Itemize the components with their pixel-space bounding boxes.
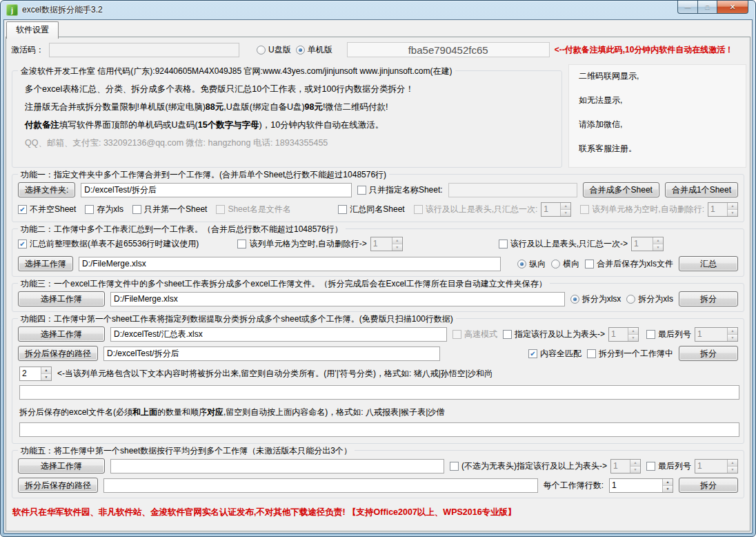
close-button[interactable]: ✕ [717,1,748,14]
f4-select-workbook-button[interactable]: 选择工作簿 [18,326,105,342]
window-title: excel数据拆分能手3.2 [22,4,103,16]
f5-header-row-spinner: 1 ▲▼ [610,459,641,473]
f2-tidy-data-checkbox[interactable]: ✔ 汇总前整理数据(单表不超65536行时建议使用) [18,238,199,250]
checkbox-box: ✔ [18,205,27,214]
f4-save-path-button[interactable]: 拆分后保存的路径 [18,346,98,361]
f5-last-col-pair: ✔ 最后列号 1 ▲▼ [646,459,738,473]
f4-fast-mode-checkbox: ✔ 高速模式 [452,329,497,340]
maximize-button[interactable]: □ [697,1,717,14]
app-window: j excel数据拆分能手3.2 — □ ✕ 软件设置 激活码： U盘版 单机版 [0,0,756,537]
info-line-1: 多个excel表格汇总、分类、拆分成多个表格。免费版只汇总10个工作表，或对10… [25,82,556,97]
spin-down-icon[interactable]: ▼ [41,374,51,380]
f5-workbook-path-input[interactable] [110,459,444,473]
checkbox-box: ✔ [18,240,27,248]
f2-row-main: 选择工作簿 纵向 横向 ✔ 合并后保存为xls文件 汇总 [18,256,738,271]
radio-usb-label: U盘版 [268,44,291,56]
qr-line-1: 二维码联网显示, [579,70,746,82]
f2-row-options: ✔ 汇总前整理数据(单表不超65536行时建议使用) ✔ 该列单元格为空时,自动… [18,237,738,251]
f2-del-empty-pair: ✔ 该列单元格为空时,自动删除行-> 1 ▲▼ [237,237,402,251]
spin-up-icon: ▲ [728,328,737,335]
f2-delete-empty-row-checkbox[interactable]: ✔ 该列单元格为空时,自动删除行-> [237,238,366,250]
f4-header-pair: ✔ 指定该行及以上为表头-> 1 ▲▼ [503,327,639,342]
f5-rows-per-book-spinner[interactable]: 1 ▲▼ [609,478,673,493]
f1-delete-empty-row-checkbox: ✔ 该列单元格为空时,自动删除行: [580,204,704,215]
checkbox-box: ✔ [132,205,141,214]
checkbox-box: ✔ [237,240,246,248]
f4-one-workbook-checkbox[interactable]: ✔ 拆分到一个工作簿中 [587,348,673,360]
f1-no-empty-sheet-checkbox[interactable]: ✔ 不并空Sheet [18,204,76,215]
f3-row-main: 选择工作簿 拆分为xlsx 拆分为xls 拆分 [18,291,738,306]
spin-down-icon: ▼ [728,335,737,341]
radio-dot [551,260,560,268]
f5-header-checkbox[interactable]: ✔ (不选为无表头)指定该行及以上为表头-> [450,460,607,472]
checkbox-box: ✔ [357,186,366,195]
tab-page: 激活码： U盘版 单机版 fba5e790452fc65 <--付款备注填此码,… [6,37,750,531]
f5-last-col-checkbox[interactable]: ✔ 最后列号 [646,460,691,472]
qr-line-4: 联系客服注册。 [579,143,746,155]
contact-line: QQ、邮箱、支付宝: 332092136@qq.com 微信: hangzhon… [25,136,556,150]
f2-save-as-xls-checkbox[interactable]: ✔ 合并后保存为xls文件 [585,258,673,270]
qr-code-panel: 二维码联网显示, 如无法显示, 请添加微信, 联系客服注册。 [568,64,746,168]
radio-single-version[interactable]: 单机版 [296,44,332,56]
f1-sum-same-name-checkbox[interactable]: ✔ 汇总同名Sheet [338,204,404,215]
f3-select-workbook-button[interactable]: 选择工作簿 [18,291,105,306]
app-icon: j [6,4,18,16]
f4-save-path-input[interactable] [103,346,440,361]
merge-to-multi-sheet-button[interactable]: 合并成多个Sheet [583,182,659,197]
spin-up-icon[interactable]: ▲ [41,367,51,374]
qr-line-2: 如无法显示, [579,95,746,106]
f5-select-workbook-button[interactable]: 选择工作簿 [18,458,105,473]
f2-radio-horizontal[interactable]: 横向 [551,258,579,270]
activation-code-label: 激活码： [11,44,44,56]
f2-workbook-path-input[interactable] [79,257,501,271]
machine-code-display: fba5e790452fc65 [347,42,550,57]
spin-up-icon: ▲ [561,203,570,210]
f4-filenames-input[interactable] [19,422,739,437]
f4-header-checkbox[interactable]: ✔ 指定该行及以上为表头-> [503,329,605,340]
checkbox-box: ✔ [585,260,594,268]
f5-save-path-input[interactable] [103,478,538,493]
spin-up-icon[interactable]: ▲ [663,479,673,486]
maximize-icon: □ [706,3,709,10]
f1-save-as-xls-checkbox[interactable]: ✔ 存为xls [85,204,123,215]
f2-header-once-checkbox[interactable]: ✔ 该行及以上是表头,只汇总一次-> [499,238,628,250]
f1-named-sheet-input[interactable] [448,183,577,197]
f3-radio-split-xlsx[interactable]: 拆分为xlsx [570,293,621,305]
f1-sheet-name-is-filename-checkbox: ✔ Sheet名是文件名 [216,204,290,215]
function-five-title: 功能五：将工作簿中第一个sheet数据按行平均分到多个工作簿（未激活版本只能分出… [18,445,355,457]
f2-summarize-button[interactable]: 汇总 [679,256,738,271]
tab-software-settings[interactable]: 软件设置 [6,21,59,39]
radio-dot [626,295,635,304]
f1-first-sheet-only-checkbox[interactable]: ✔ 只并第一个Sheet [132,204,207,215]
f4-workbook-path-input[interactable] [110,327,447,342]
activation-code-input[interactable] [49,43,239,57]
function-three-group: 功能三：一个excel工作簿文件中的多个sheet工作表拆分成多个excel工作… [12,283,744,312]
f4-full-match-checkbox[interactable]: ✔ 内容全匹配 [528,348,581,360]
radio-dot [296,46,305,55]
spin-down-icon[interactable]: ▼ [663,486,673,492]
merge-to-one-sheet-button[interactable]: 合并成1个Sheet [665,182,738,197]
f1-only-named-sheet-checkbox[interactable]: ✔ 只并指定名称Sheet: [357,184,443,196]
f1-folder-path-input[interactable] [81,183,352,197]
tab-strip: 软件设置 [4,20,752,36]
f3-radio-split-xls[interactable]: 拆分为xls [626,293,673,305]
f5-save-path-button[interactable]: 拆分后保存的路径 [18,478,98,493]
f5-split-button[interactable]: 拆分 [679,478,738,493]
f1-row-options: ✔ 不并空Sheet ✔ 存为xls ✔ 只并第一个Sheet ✔ Sheet名… [18,202,738,217]
f4-last-col-checkbox[interactable]: ✔ 最后列号 [646,329,691,340]
f2-select-workbook-button[interactable]: 选择工作簿 [18,256,73,271]
f1-header-row-spinner: 1 ▲▼ [541,202,571,217]
f2-radio-vertical[interactable]: 纵向 [517,258,546,270]
spin-up-icon: ▲ [392,237,402,244]
radio-usb-version[interactable]: U盘版 [257,44,291,56]
select-folder-button[interactable]: 选择文件夹: [18,182,75,197]
f4-column-number-spinner[interactable]: 2 ▲▼ [19,367,52,381]
activation-row: 激活码： U盘版 单机版 fba5e790452fc65 <--付款备注填此码,… [11,42,745,57]
f1-delete-row-spinner: 1 ▲▼ [708,202,738,217]
f4-filter-values-input[interactable] [19,385,739,400]
minimize-button[interactable]: — [677,1,698,14]
f3-workbook-path-input[interactable] [110,292,565,306]
f3-split-button[interactable]: 拆分 [679,291,738,306]
function-four-group: 功能四：工作簿中第一个sheet工作表将指定列数据提取分类拆分成多个sheet或… [12,318,744,444]
f4-split-button[interactable]: 拆分 [679,346,738,361]
